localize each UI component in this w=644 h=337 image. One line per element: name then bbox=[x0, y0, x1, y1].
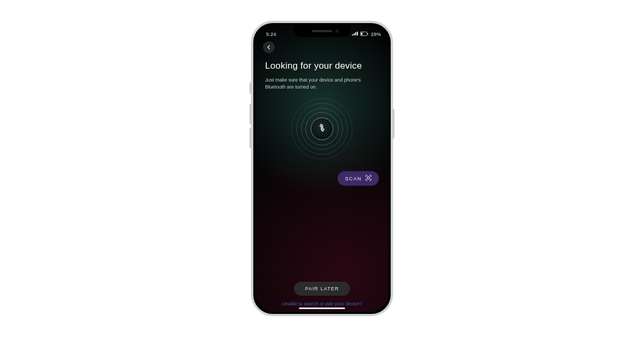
device-logo bbox=[311, 118, 333, 140]
scan-button-label: SCAN bbox=[345, 176, 362, 181]
scan-button[interactable]: SCAN bbox=[338, 171, 379, 186]
canvas: 5:24 28% Looking for your device bbox=[0, 0, 644, 337]
power-button bbox=[393, 109, 394, 138]
signal-icon bbox=[352, 32, 358, 37]
help-link[interactable]: Unable to search or pair your device? bbox=[282, 301, 362, 306]
status-battery-percent: 28% bbox=[371, 32, 381, 37]
scanning-animation bbox=[291, 98, 353, 159]
svg-rect-2 bbox=[368, 33, 368, 34]
page-subtitle: Just make sure that your device and phon… bbox=[265, 77, 378, 91]
home-indicator[interactable] bbox=[299, 307, 345, 309]
svg-rect-1 bbox=[361, 33, 362, 35]
screen: 5:24 28% Looking for your device bbox=[255, 25, 389, 312]
page-title: Looking for your device bbox=[265, 61, 379, 71]
arrow-left-icon bbox=[266, 42, 272, 52]
volume-up-button bbox=[250, 104, 251, 124]
qr-scan-icon bbox=[365, 175, 371, 182]
volume-down-button bbox=[250, 128, 251, 148]
speaker-grille bbox=[312, 30, 332, 32]
pair-later-button[interactable]: PAIR LATER bbox=[294, 282, 349, 296]
battery-icon bbox=[360, 32, 369, 37]
svg-rect-3 bbox=[368, 177, 370, 179]
status-time: 5:24 bbox=[266, 32, 276, 37]
front-camera bbox=[335, 30, 339, 33]
back-button[interactable] bbox=[263, 41, 275, 53]
brand-logo-icon bbox=[317, 122, 327, 135]
notch bbox=[294, 25, 350, 37]
content: Looking for your device Just make sure t… bbox=[255, 53, 389, 312]
phone-frame: 5:24 28% Looking for your device bbox=[251, 21, 393, 316]
side-button bbox=[250, 82, 251, 94]
